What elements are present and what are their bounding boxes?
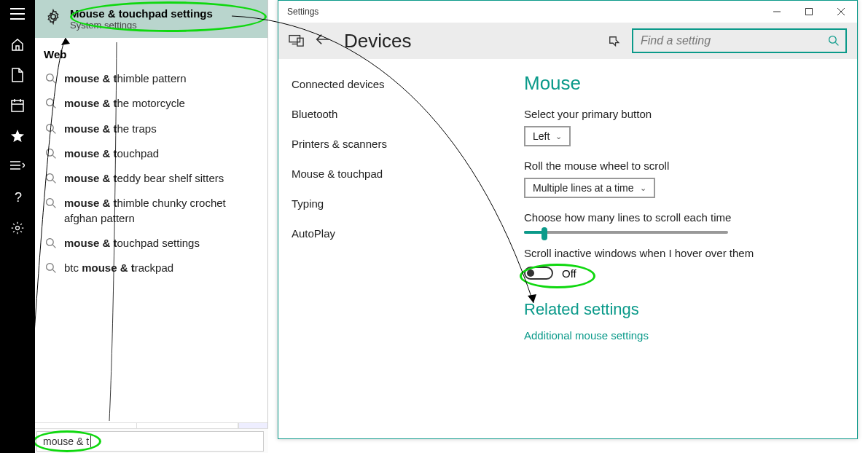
web-result-text: mouse & the motorcycle — [64, 96, 185, 111]
settings-header: Devices Find a setting — [278, 23, 857, 59]
scroll-wheel-label: Roll the mouse wheel to scroll — [524, 159, 841, 172]
pin-icon[interactable] — [606, 33, 622, 49]
search-icon — [45, 98, 57, 109]
web-result[interactable]: btc mouse & trackpad — [44, 256, 259, 280]
svg-point-2 — [16, 227, 20, 230]
search-icon — [45, 123, 57, 135]
page-title: Devices — [344, 30, 411, 52]
chevron-down-icon: ⌄ — [640, 184, 646, 193]
web-result-text: mouse & the traps — [64, 122, 157, 136]
svg-point-11 — [47, 264, 54, 271]
inactive-scroll-label: Scroll inactive windows when I hover ove… — [524, 247, 841, 259]
find-setting-input[interactable]: Find a setting — [632, 28, 847, 53]
svg-rect-22 — [806, 9, 813, 15]
web-result-text: mouse & thimble chunky crochet afghan pa… — [64, 196, 257, 226]
web-result[interactable]: mouse & touchpad — [44, 141, 259, 166]
svg-point-9 — [47, 199, 54, 206]
document-icon[interactable] — [9, 67, 26, 83]
primary-button-label: Select your primary button — [524, 108, 841, 120]
slider-thumb[interactable] — [541, 227, 547, 240]
web-result[interactable]: mouse & the motorcycle — [44, 91, 259, 116]
web-section-label: Web — [44, 48, 259, 60]
top-result-subtitle: System settings — [70, 20, 213, 31]
home-icon[interactable] — [9, 36, 26, 52]
top-result-title: Mouse & touchpad settings — [70, 7, 213, 20]
svg-point-10 — [47, 238, 54, 245]
svg-rect-23 — [289, 36, 300, 42]
svg-point-3 — [51, 15, 55, 19]
dropdown-value: Left — [533, 130, 550, 142]
menu-icon[interactable] — [9, 6, 26, 22]
svg-point-5 — [47, 99, 54, 106]
top-search-result[interactable]: Mouse & touchpad settings System setting… — [35, 0, 267, 38]
web-result[interactable]: mouse & thimble pattern — [44, 66, 259, 91]
web-result[interactable]: mouse & touchpad settings — [44, 231, 259, 256]
search-icon — [828, 35, 840, 47]
settings-window: Settings Devices Find a setting Connecte… — [278, 0, 858, 439]
chevron-down-icon: ⌄ — [555, 132, 562, 141]
additional-mouse-settings-link[interactable]: Additional mouse settings — [524, 329, 841, 342]
maximize-button[interactable] — [793, 1, 825, 23]
nav-item[interactable]: Bluetooth — [278, 99, 508, 129]
search-icon — [45, 262, 57, 274]
gear-icon — [45, 9, 61, 25]
nav-item[interactable]: Mouse & touchpad — [278, 159, 508, 189]
svg-point-25 — [829, 36, 837, 44]
taskbar: mouse & t — [0, 428, 268, 453]
search-icon — [45, 197, 57, 209]
close-button[interactable] — [825, 1, 857, 23]
back-button[interactable] — [315, 33, 331, 49]
svg-point-7 — [47, 149, 54, 156]
help-icon[interactable]: ? — [9, 189, 26, 205]
svg-rect-0 — [12, 101, 23, 111]
svg-point-4 — [47, 74, 54, 82]
dropdown-value: Multiple lines at a time — [533, 182, 634, 194]
settings-icon[interactable] — [9, 220, 26, 236]
search-text: mouse & t — [43, 436, 89, 447]
svg-point-8 — [47, 174, 54, 181]
star-icon[interactable] — [9, 128, 26, 144]
web-result[interactable]: mouse & thimble chunky crochet afghan pa… — [44, 191, 259, 231]
svg-text:?: ? — [15, 190, 22, 205]
taskbar-search-input[interactable]: mouse & t — [36, 431, 264, 452]
web-result-text: mouse & teddy bear shelf sitters — [64, 171, 224, 186]
scroll-wheel-dropdown[interactable]: Multiple lines at a time ⌄ — [524, 178, 655, 198]
calendar-icon[interactable] — [9, 98, 26, 114]
nav-item[interactable]: Printers & scanners — [278, 129, 508, 159]
nav-item[interactable]: Connected devices — [278, 69, 508, 99]
nav-item[interactable]: AutoPlay — [278, 218, 508, 248]
search-icon — [45, 237, 57, 249]
web-result-text: mouse & thimble pattern — [64, 71, 187, 86]
nav-item[interactable]: Typing — [278, 189, 508, 218]
window-title: Settings — [287, 7, 318, 17]
text-caret — [90, 436, 91, 447]
inactive-scroll-toggle[interactable] — [524, 267, 553, 280]
search-placeholder: Find a setting — [641, 34, 711, 47]
toggle-knob — [527, 269, 534, 277]
web-result[interactable]: mouse & teddy bear shelf sitters — [44, 166, 259, 191]
cortana-icon-bar: ? — [0, 0, 35, 453]
search-icon — [45, 73, 57, 84]
svg-point-6 — [47, 124, 54, 131]
primary-button-dropdown[interactable]: Left ⌄ — [524, 126, 571, 146]
related-heading: Related settings — [524, 300, 841, 319]
web-results: Web mouse & thimble patternmouse & the m… — [35, 38, 267, 422]
minimize-button[interactable] — [761, 1, 793, 23]
lines-label: Choose how many lines to scroll each tim… — [524, 211, 841, 224]
search-panel: Mouse & touchpad settings System setting… — [35, 0, 268, 453]
devices-icon[interactable] — [289, 33, 305, 49]
settings-nav: Connected devicesBluetoothPrinters & sca… — [278, 59, 508, 438]
web-result-text: mouse & touchpad — [64, 146, 159, 161]
search-icon — [45, 148, 57, 159]
web-result-text: mouse & touchpad settings — [64, 236, 200, 251]
toggle-value: Off — [562, 267, 576, 280]
section-heading: Mouse — [524, 72, 841, 95]
list-icon[interactable] — [9, 159, 26, 175]
settings-content: Mouse Select your primary button Left ⌄ … — [508, 59, 857, 438]
web-result-text: btc mouse & trackpad — [64, 261, 173, 275]
web-result[interactable]: mouse & the traps — [44, 117, 259, 141]
window-titlebar[interactable]: Settings — [278, 1, 857, 23]
search-icon — [45, 173, 57, 184]
lines-slider[interactable] — [524, 231, 728, 234]
